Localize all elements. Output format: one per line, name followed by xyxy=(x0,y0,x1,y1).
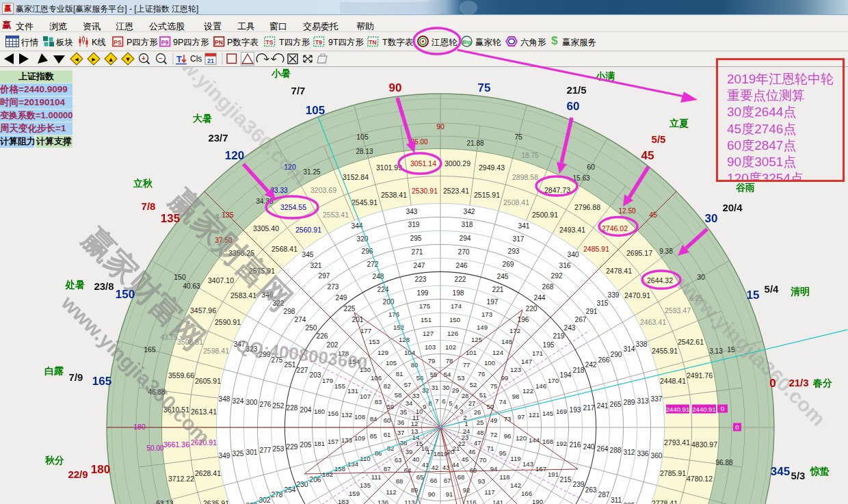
svg-text:225: 225 xyxy=(344,305,356,313)
svg-text:320: 320 xyxy=(357,235,369,243)
svg-text:70: 70 xyxy=(479,456,487,464)
svg-text:269: 269 xyxy=(503,261,514,268)
svg-text:360: 360 xyxy=(651,452,663,460)
svg-text:107: 107 xyxy=(360,393,371,400)
svg-text:79: 79 xyxy=(428,357,436,364)
svg-text:7: 7 xyxy=(435,397,438,405)
svg-text:263: 263 xyxy=(585,486,597,494)
svg-text:99: 99 xyxy=(501,374,509,382)
svg-text:2560.91: 2560.91 xyxy=(295,226,321,234)
svg-text:2796.88: 2796.88 xyxy=(574,203,600,211)
svg-text:298: 298 xyxy=(284,308,295,315)
svg-text:129: 129 xyxy=(377,349,388,356)
svg-text:24: 24 xyxy=(463,427,471,435)
svg-text:34: 34 xyxy=(406,399,413,407)
svg-text:150: 150 xyxy=(174,273,186,281)
svg-text:23/7: 23/7 xyxy=(208,132,228,144)
svg-text:349: 349 xyxy=(219,452,230,460)
svg-text:271: 271 xyxy=(412,248,423,256)
svg-text:2463.41: 2463.41 xyxy=(640,318,666,326)
svg-text:9.38: 9.38 xyxy=(659,248,673,255)
svg-text:2542.61: 2542.61 xyxy=(678,338,704,346)
svg-text:2847.73: 2847.73 xyxy=(544,186,570,194)
svg-text:2440.91: 2440.91 xyxy=(692,406,715,413)
svg-text:253: 253 xyxy=(273,445,284,453)
svg-text:春分: 春分 xyxy=(812,377,832,388)
svg-text:2593.47: 2593.47 xyxy=(665,306,691,315)
svg-text:239: 239 xyxy=(573,481,585,488)
svg-text:149: 149 xyxy=(477,323,488,331)
svg-text:2523.41: 2523.41 xyxy=(443,187,469,195)
svg-text:2568.41: 2568.41 xyxy=(271,245,297,253)
svg-text:321: 321 xyxy=(310,262,322,269)
svg-text:66: 66 xyxy=(430,477,438,484)
svg-text:319: 319 xyxy=(408,221,420,228)
svg-text:95: 95 xyxy=(499,449,507,457)
svg-text:205: 205 xyxy=(300,441,312,449)
svg-text:18.75: 18.75 xyxy=(521,152,538,159)
svg-text:314: 314 xyxy=(624,345,635,353)
svg-text:44: 44 xyxy=(452,461,460,468)
svg-text:2530.91: 2530.91 xyxy=(412,187,438,195)
svg-text:297: 297 xyxy=(319,272,330,280)
svg-text:345: 345 xyxy=(302,251,314,258)
svg-text:TS: TS xyxy=(266,39,274,46)
svg-text:180: 180 xyxy=(133,423,146,431)
svg-text:215: 215 xyxy=(560,476,572,483)
svg-text:98: 98 xyxy=(512,393,520,400)
svg-text:52: 52 xyxy=(470,381,477,388)
svg-text:144: 144 xyxy=(529,436,540,444)
svg-text:105: 105 xyxy=(386,359,397,367)
svg-text:处暑: 处暑 xyxy=(65,279,85,290)
svg-text:226: 226 xyxy=(317,332,328,340)
svg-text:▸: ▸ xyxy=(92,55,96,63)
svg-text:2785.91: 2785.91 xyxy=(660,469,686,477)
svg-text:5/3: 5/3 xyxy=(791,470,806,481)
svg-text:◂: ◂ xyxy=(75,55,79,63)
svg-text:3407.10: 3407.10 xyxy=(208,276,234,284)
svg-text:2605.91: 2605.91 xyxy=(195,377,221,385)
svg-text:65: 65 xyxy=(416,473,424,481)
svg-text:156: 156 xyxy=(328,410,339,417)
svg-text:273: 273 xyxy=(328,283,339,291)
svg-text:245: 245 xyxy=(497,273,509,280)
svg-text:立夏: 立夏 xyxy=(669,118,689,129)
svg-text:45: 45 xyxy=(641,149,654,162)
svg-text:4780.12: 4780.12 xyxy=(687,475,713,483)
svg-text:148: 148 xyxy=(501,338,512,345)
svg-text:159: 159 xyxy=(349,490,360,497)
svg-text:30: 30 xyxy=(697,273,705,281)
svg-text:3661.36: 3661.36 xyxy=(163,440,189,449)
svg-text:3305.40: 3305.40 xyxy=(253,224,279,233)
svg-text:67: 67 xyxy=(444,477,451,484)
svg-text:48: 48 xyxy=(477,429,484,436)
svg-text:30: 30 xyxy=(442,384,450,391)
svg-text:61: 61 xyxy=(384,431,391,438)
svg-text:2485.91: 2485.91 xyxy=(583,245,609,253)
svg-text:249: 249 xyxy=(336,294,347,302)
svg-text:311: 311 xyxy=(611,496,622,504)
svg-text:22/9: 22/9 xyxy=(68,468,88,480)
svg-text:71: 71 xyxy=(487,445,494,452)
svg-text:清明: 清明 xyxy=(791,286,810,297)
svg-text:68: 68 xyxy=(458,473,465,481)
svg-text:133: 133 xyxy=(341,436,352,444)
svg-text:40.63: 40.63 xyxy=(183,282,200,290)
svg-text:29: 29 xyxy=(452,386,460,394)
svg-text:▾: ▾ xyxy=(126,55,130,63)
svg-text:15: 15 xyxy=(747,289,760,302)
svg-text:2644.32: 2644.32 xyxy=(647,276,673,284)
svg-text:54: 54 xyxy=(444,371,451,378)
svg-text:168: 168 xyxy=(542,438,553,445)
svg-text:220: 220 xyxy=(526,305,538,313)
svg-text:3203.69: 3203.69 xyxy=(310,186,336,194)
svg-text:47: 47 xyxy=(474,439,481,447)
svg-text:165: 165 xyxy=(92,375,111,388)
svg-text:31: 31 xyxy=(432,384,439,391)
svg-text:3051.14: 3051.14 xyxy=(410,159,436,168)
svg-text:183: 183 xyxy=(338,498,349,504)
svg-text:5: 5 xyxy=(449,399,452,407)
svg-text:+: + xyxy=(142,55,146,62)
svg-text:49: 49 xyxy=(490,416,498,424)
svg-text:78: 78 xyxy=(446,357,453,364)
